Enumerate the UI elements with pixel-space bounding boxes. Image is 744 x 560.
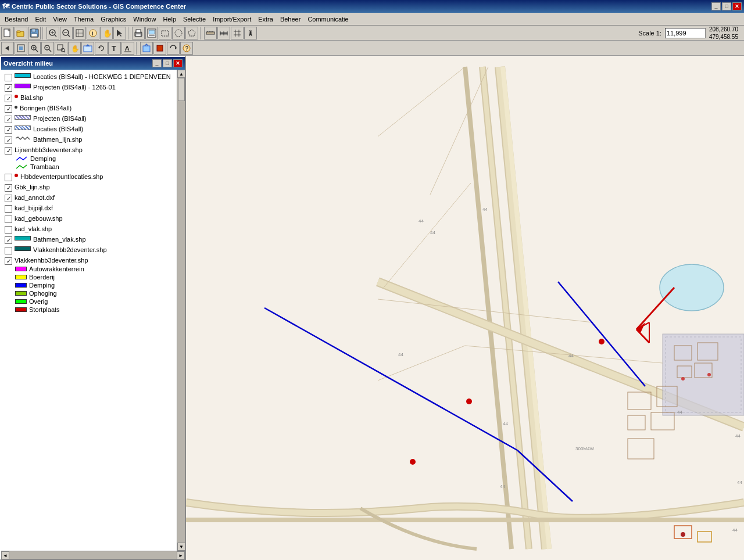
legend-title: Overzicht milieu <box>3 60 53 67</box>
legend-check-boringen[interactable] <box>5 105 12 113</box>
legend-scroll-left[interactable]: ◄ <box>1 551 9 559</box>
tb-scale-bar[interactable] <box>217 27 230 40</box>
scale-input[interactable] <box>665 28 706 38</box>
svg-point-86 <box>681 377 685 380</box>
legend-title-controls[interactable]: _ □ ✕ <box>152 59 183 67</box>
coord-display: 208,260.70 479,458.55 <box>709 26 738 41</box>
tb-arrow[interactable] <box>113 27 126 40</box>
legend-item-bial: Bial.shp <box>5 93 173 103</box>
maximize-button[interactable]: □ <box>722 2 731 10</box>
legend-item-lijnenhbb3: Lijnenhbb3deventer.shp Demping Trambaan <box>5 145 173 172</box>
legend-sub-autowrak: Autowrakkenterrein <box>29 265 84 272</box>
legend-check-bial[interactable] <box>5 95 12 102</box>
legend-check-vlakkenhbb3[interactable] <box>5 257 12 265</box>
legend-minimize[interactable]: _ <box>152 59 162 67</box>
tb-save[interactable] <box>28 27 41 40</box>
tb-zoom-full[interactable] <box>46 27 59 40</box>
tb-north-arrow[interactable]: N <box>244 27 257 40</box>
svg-line-57 <box>64 51 65 52</box>
tb2-zoom-layer[interactable] <box>81 42 94 55</box>
menu-selectie[interactable]: Selectie <box>180 15 209 24</box>
legend-check-locaties2[interactable] <box>5 126 12 134</box>
legend-check-projecten[interactable] <box>5 84 12 92</box>
menu-beheer[interactable]: Beheer <box>277 15 304 24</box>
legend-close[interactable]: ✕ <box>173 59 183 67</box>
tb-select-rect[interactable] <box>159 27 171 40</box>
legend-check-kad-gebouw[interactable] <box>5 216 12 223</box>
legend-check-kad-annot[interactable] <box>5 195 12 202</box>
window-controls[interactable]: _ □ ✕ <box>711 2 742 10</box>
tb-print[interactable] <box>132 27 145 40</box>
legend-check-projecten2[interactable] <box>5 116 12 123</box>
scale-bar: Scale 1: 208,260.70 479,458.55 <box>638 26 738 41</box>
tb-select-poly[interactable] <box>185 27 198 40</box>
tb2-zoom-out[interactable] <box>41 42 54 55</box>
legend-check-bathmen-lijn[interactable] <box>5 137 12 144</box>
tb2-text[interactable]: T <box>108 42 121 55</box>
svg-text:44: 44 <box>482 207 488 212</box>
tb-measure[interactable] <box>204 27 217 40</box>
legend-check-vlakkenhbb2[interactable] <box>5 247 12 254</box>
legend-check-gbk-lijn[interactable] <box>5 184 12 192</box>
menu-import-export[interactable]: Import/Export <box>209 15 255 24</box>
legend-check-kad-bijpijl[interactable] <box>5 205 12 213</box>
tb-layout[interactable] <box>145 27 158 40</box>
legend-scroll-down[interactable]: ▼ <box>177 543 185 551</box>
legend-scroll-thumb[interactable] <box>178 78 185 101</box>
svg-rect-23 <box>136 34 141 36</box>
tb2-zoom-rect[interactable] <box>55 42 67 55</box>
menu-window[interactable]: Window <box>130 15 159 24</box>
app-icon: 🗺 <box>2 2 9 10</box>
menu-edit[interactable]: Edit <box>31 15 49 24</box>
tb-zoom-extent[interactable] <box>73 27 86 40</box>
legend-scrollbar-h[interactable]: ◄ ► <box>1 551 185 559</box>
svg-rect-80 <box>663 334 744 415</box>
legend-maximize[interactable]: □ <box>163 59 172 67</box>
tb2-stop[interactable] <box>153 42 166 55</box>
menu-communicatie[interactable]: Communicatie <box>304 15 352 24</box>
menu-help[interactable]: Help <box>159 15 180 24</box>
tb-sep-1 <box>42 27 45 40</box>
close-button[interactable]: ✕ <box>732 2 742 10</box>
legend-scroll-right[interactable]: ► <box>177 551 185 559</box>
menu-bestand[interactable]: Bestand <box>1 15 31 24</box>
svg-text:T: T <box>112 44 116 53</box>
menu-thema[interactable]: Thema <box>70 15 97 24</box>
map-area[interactable]: 44 44 44 44 44 44 44 44 44 44 44 300M4W <box>186 56 744 560</box>
tb2-redraw[interactable] <box>140 42 153 55</box>
tb-zoom-prev[interactable] <box>60 27 73 40</box>
tb-hand[interactable]: ✋ <box>100 27 113 40</box>
svg-text:44: 44 <box>677 410 682 415</box>
legend-label-boringen: Boringen (BIS4all) <box>20 105 71 112</box>
tb-grid[interactable] <box>231 27 244 40</box>
tb2-refresh[interactable] <box>167 42 180 55</box>
minimize-button[interactable]: _ <box>711 2 721 10</box>
tb-sep-3 <box>200 27 202 40</box>
menu-graphics[interactable]: Graphics <box>97 15 130 24</box>
tb2-rotate[interactable] <box>95 42 108 55</box>
tb2-map-tip[interactable]: ? <box>180 42 193 55</box>
legend-check-kad-vlak[interactable] <box>5 226 12 234</box>
legend-scrollbar-v[interactable]: ▲ ▼ <box>177 70 185 551</box>
legend-scroll-up[interactable]: ▲ <box>177 70 185 78</box>
legend-check-locaties[interactable] <box>5 74 12 81</box>
tb2-back[interactable] <box>1 42 14 55</box>
svg-text:44: 44 <box>732 527 738 533</box>
svg-rect-22 <box>136 30 141 33</box>
legend-check-lijnenhbb3[interactable] <box>5 147 12 155</box>
svg-point-94 <box>681 532 685 537</box>
legend-check-hbbdeventer[interactable] <box>5 174 12 181</box>
menu-extra[interactable]: Extra <box>255 15 277 24</box>
legend-check-bathmen-vlak[interactable] <box>5 236 12 244</box>
tb-open[interactable] <box>15 27 27 40</box>
tb-select-circle[interactable] <box>172 27 185 40</box>
menu-view[interactable]: View <box>49 15 70 24</box>
tb2-zoom-in[interactable] <box>28 42 41 55</box>
map-svg: 44 44 44 44 44 44 44 44 44 44 44 300M4W <box>186 56 744 560</box>
tb2-select-all[interactable] <box>15 42 27 55</box>
main-area: Overzicht milieu _ □ ✕ Locaties (BIS4all… <box>0 56 744 560</box>
tb2-pan[interactable]: ✋ <box>68 42 81 55</box>
tb2-cursor[interactable]: A <box>121 42 134 55</box>
tb-new[interactable] <box>1 27 14 40</box>
tb-identify[interactable]: i <box>87 27 99 40</box>
